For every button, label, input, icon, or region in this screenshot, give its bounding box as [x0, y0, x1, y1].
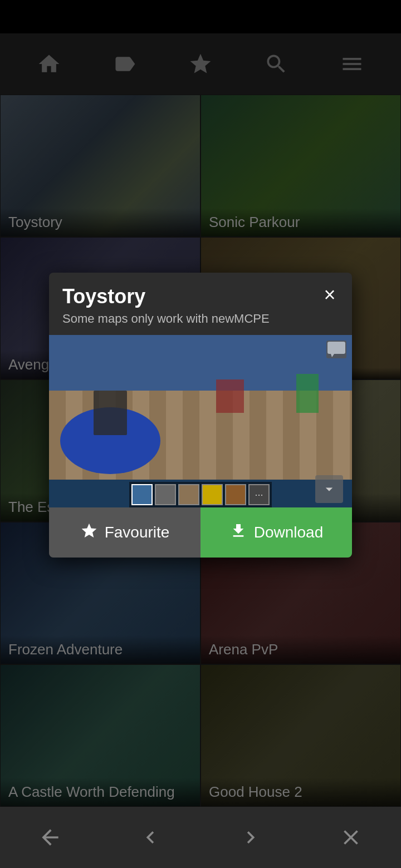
mc-character [94, 391, 127, 435]
mc-hotbar: ··· [129, 482, 272, 507]
mc-scene: ··· [49, 335, 352, 507]
modal-subtitle: Some maps only work with newMCPE [62, 312, 339, 326]
close-button[interactable]: × [317, 283, 342, 307]
favourite-button[interactable]: Favourite [49, 507, 200, 558]
bottom-prev-icon[interactable] [138, 825, 163, 850]
modal-preview-image: ··· [49, 335, 352, 507]
download-button[interactable]: Download [200, 507, 352, 558]
download-label: Download [254, 524, 324, 541]
mc-slot-2 [155, 484, 176, 505]
modal-title: Toystory [62, 285, 339, 308]
download-btn-icon [229, 522, 247, 544]
mc-object-2 [296, 374, 319, 413]
modal-header: Toystory Some maps only work with newMCP… [49, 273, 352, 335]
bottom-close-icon[interactable] [339, 825, 363, 850]
mc-slot-5 [225, 484, 246, 505]
favourite-label: Favourite [105, 524, 170, 541]
svg-marker-1 [331, 354, 334, 357]
mc-slot-4 [202, 484, 223, 505]
svg-rect-0 [327, 342, 345, 354]
mc-slot-1 [131, 484, 153, 505]
star-btn-icon [80, 522, 98, 544]
bottom-back-icon[interactable] [38, 825, 62, 850]
modal-dialog: Toystory Some maps only work with newMCP… [49, 273, 352, 558]
modal-buttons: Favourite Download [49, 507, 352, 558]
bottom-nav [0, 807, 401, 868]
bottom-next-icon[interactable] [238, 825, 263, 850]
mc-dpad-area [315, 475, 343, 503]
mc-chat-icon [326, 341, 346, 358]
mc-object-1 [216, 379, 244, 413]
mc-slot-3 [178, 484, 199, 505]
